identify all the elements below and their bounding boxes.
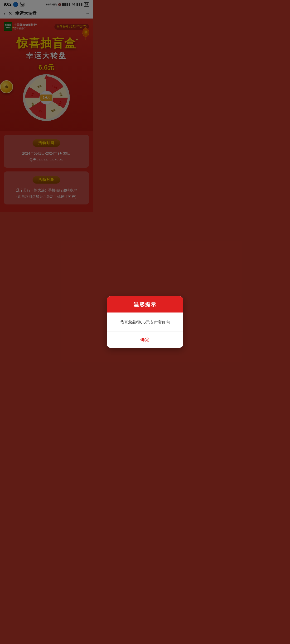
modal-overlay: 温馨提示 恭喜您获得6.6元支付宝红包 确定 [0, 0, 93, 212]
